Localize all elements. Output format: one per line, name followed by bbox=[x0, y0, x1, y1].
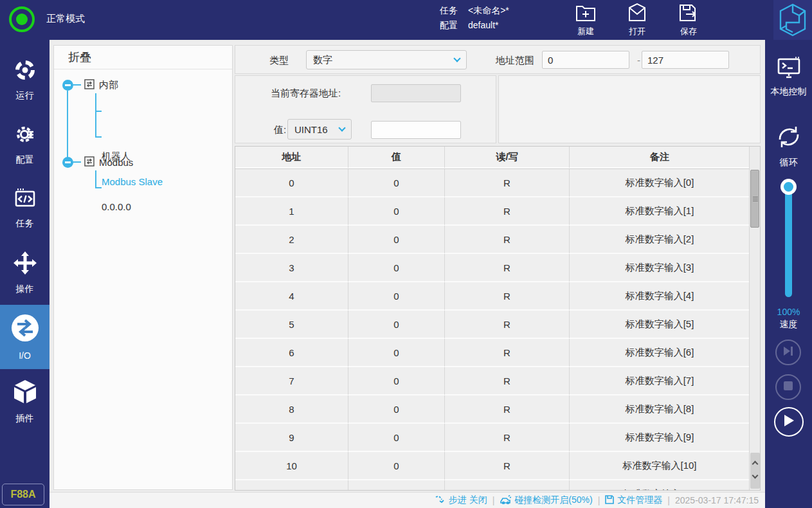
tree-connector bbox=[95, 111, 102, 112]
type-select[interactable]: 数字 bbox=[306, 50, 467, 69]
cell-remark: 标准数字输入[2] bbox=[570, 226, 750, 254]
scroll-up-icon[interactable] bbox=[752, 461, 759, 467]
device-bus-icon bbox=[84, 79, 95, 91]
cell-rw: R bbox=[445, 311, 570, 339]
detail-empty-panel bbox=[498, 75, 761, 143]
address-to-input[interactable] bbox=[642, 51, 729, 69]
cell-rw: R bbox=[445, 367, 570, 395]
cell-remark: 标准数字输入[8] bbox=[570, 395, 750, 424]
config-value: default* bbox=[468, 20, 498, 31]
cell-remark: 标准数字输入[7] bbox=[570, 367, 750, 395]
current-register-label: 当前寄存器地址: bbox=[271, 87, 341, 100]
table-row[interactable]: 7 0 R 标准数字输入[7] bbox=[235, 367, 750, 395]
cell-address: 7 bbox=[235, 367, 348, 395]
run-target-icon bbox=[14, 59, 37, 84]
status-separator: | bbox=[598, 495, 600, 505]
tree-node-label: 0.0.0.0 bbox=[102, 201, 131, 212]
speed-slider-handle[interactable] bbox=[780, 179, 797, 195]
open-button-label: 打开 bbox=[615, 26, 660, 37]
table-row[interactable]: 2 0 R 标准数字输入[2] bbox=[235, 226, 750, 254]
value-input[interactable] bbox=[371, 121, 461, 139]
scrollbar-thumb[interactable] bbox=[750, 170, 759, 228]
step-forward-icon bbox=[782, 346, 794, 359]
table-row[interactable]: 9 0 R 标准数字输入[9] bbox=[235, 424, 750, 452]
step-mode-status[interactable]: 步进 关闭 bbox=[435, 494, 487, 506]
task-config-block: 任务 <未命名>* 配置 default* bbox=[440, 1, 509, 31]
tree-connector bbox=[95, 136, 102, 138]
table-row[interactable]: 5 0 R 标准数字输入[5] bbox=[235, 311, 750, 339]
table-row[interactable]: 8 0 R 标准数字输入[8] bbox=[235, 395, 750, 424]
config-label: 配置 bbox=[440, 20, 458, 31]
scroll-down-icon[interactable] bbox=[752, 473, 759, 479]
status-bar: 步进 关闭 | 碰撞检测开启(50%) | 文件管理器 | bbox=[50, 492, 765, 508]
value-type-select[interactable]: UINT16 bbox=[287, 119, 352, 140]
speed-slider-track[interactable] bbox=[785, 186, 792, 297]
tree-node-label: 内部 bbox=[99, 79, 118, 91]
tree-connector bbox=[95, 170, 96, 188]
nav-label: 配置 bbox=[16, 154, 34, 166]
cell-remark: 标准数字输入[9] bbox=[570, 424, 750, 452]
collision-icon bbox=[500, 495, 511, 506]
address-from-input[interactable] bbox=[542, 51, 629, 69]
open-button[interactable]: 打开 bbox=[615, 3, 660, 37]
col-header-rw: 读/写 bbox=[445, 147, 570, 168]
tree-node-internal[interactable]: 内部 bbox=[62, 79, 118, 91]
tree-collapse-header[interactable]: 折叠 bbox=[54, 46, 232, 69]
address-range-dash: - bbox=[637, 55, 640, 66]
cell-value: 0 bbox=[348, 367, 445, 395]
io-exchange-icon bbox=[11, 314, 39, 345]
collision-detect-status[interactable]: 碰撞检测开启(50%) bbox=[500, 494, 592, 506]
cell-address: 10 bbox=[235, 452, 348, 480]
cell-remark: 标准数字输入[10] bbox=[570, 452, 750, 480]
nav-item-task[interactable]: 任务 bbox=[0, 176, 50, 240]
cube-icon bbox=[12, 379, 38, 407]
file-manager-button[interactable]: 文件管理器 bbox=[605, 494, 662, 506]
nav-item-plugin[interactable]: 插件 bbox=[0, 369, 50, 433]
new-button[interactable]: 新建 bbox=[563, 3, 608, 37]
cell-value: 0 bbox=[348, 339, 445, 367]
cell-rw: R bbox=[445, 424, 570, 452]
step-mode-label: 步进 关闭 bbox=[449, 494, 487, 506]
tree-node-label: Modbus bbox=[99, 157, 133, 168]
table-row[interactable]: 11 0 R 标准数字输入[11] bbox=[235, 480, 750, 491]
device-badge-label: F88A bbox=[10, 489, 35, 500]
nav-item-io[interactable]: I/O bbox=[0, 305, 50, 369]
stop-button[interactable] bbox=[775, 374, 801, 400]
speed-label: 速度 bbox=[765, 319, 812, 331]
nav-item-config[interactable]: 配置 bbox=[0, 112, 50, 176]
loop-cycle-icon bbox=[775, 141, 802, 152]
cell-value: 0 bbox=[348, 254, 445, 282]
table-row[interactable]: 4 0 R 标准数字输入[4] bbox=[235, 282, 750, 311]
type-select-value: 数字 bbox=[313, 54, 332, 66]
loop-button[interactable]: 循环 bbox=[765, 123, 812, 168]
nav-label: I/O bbox=[19, 350, 31, 361]
table-row[interactable]: 10 0 R 标准数字输入[10] bbox=[235, 452, 750, 480]
collapse-minus-icon[interactable] bbox=[62, 157, 73, 168]
save-button[interactable]: 保存 bbox=[666, 3, 711, 37]
task-label: 任务 bbox=[440, 5, 458, 16]
tree-node-modbus[interactable]: Modbus bbox=[62, 156, 133, 168]
play-button[interactable] bbox=[774, 407, 804, 437]
table-row[interactable]: 3 0 R 标准数字输入[3] bbox=[235, 254, 750, 282]
cell-remark: 标准数字输入[5] bbox=[570, 311, 750, 339]
new-file-icon bbox=[563, 3, 608, 23]
nav-item-run[interactable]: 运行 bbox=[0, 48, 50, 112]
speed-percent: 100% bbox=[765, 307, 812, 317]
tree-node-ip[interactable]: 0.0.0.0 bbox=[102, 201, 131, 212]
cell-rw: R bbox=[445, 480, 570, 491]
nav-item-operate[interactable]: 操作 bbox=[0, 240, 50, 305]
table-scrollbar[interactable] bbox=[749, 147, 760, 490]
left-nav-sidebar: 运行 配置 任务 操作 bbox=[0, 40, 50, 508]
step-forward-button[interactable] bbox=[775, 340, 801, 365]
collapse-minus-icon[interactable] bbox=[62, 80, 73, 91]
value-type-value: UINT16 bbox=[294, 124, 328, 135]
table-row[interactable]: 1 0 R 标准数字输入[1] bbox=[235, 197, 750, 226]
cell-value: 0 bbox=[348, 311, 445, 339]
device-badge: F88A bbox=[2, 484, 44, 505]
terminal-icon bbox=[776, 71, 802, 82]
tree-node-modbus-slave[interactable]: Modbus Slave bbox=[102, 176, 163, 187]
table-row[interactable]: 6 0 R 标准数字输入[6] bbox=[235, 339, 750, 367]
cell-rw: R bbox=[445, 395, 570, 424]
local-control-button[interactable]: 本地控制 bbox=[765, 57, 812, 98]
table-row[interactable]: 0 0 R 标准数字输入[0] bbox=[235, 169, 750, 197]
